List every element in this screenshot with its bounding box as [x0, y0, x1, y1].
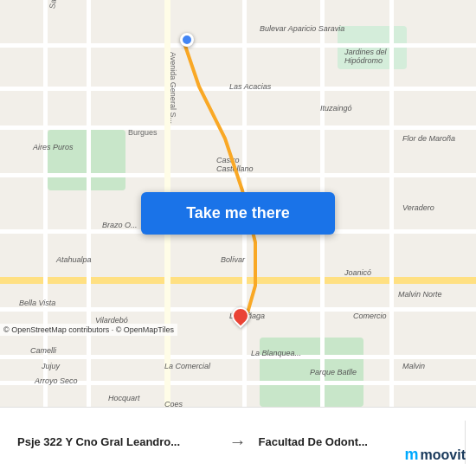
- street-v1: [87, 0, 91, 407]
- moovit-m-icon: m: [405, 446, 419, 464]
- label-veradero: Veradero: [402, 203, 434, 212]
- start-location-dot: [180, 33, 194, 47]
- take-me-there-button[interactable]: Take me there: [141, 192, 335, 235]
- label-jujuy: Jujuy: [42, 362, 60, 370]
- moovit-text: moovit: [421, 447, 466, 463]
- label-arroyo: Arroyo Seco: [35, 376, 78, 385]
- label-castro: CastroCastellano: [216, 156, 254, 173]
- label-avenida: Avenida General S...: [169, 52, 177, 124]
- street-h4: [0, 173, 476, 177]
- label-hocquart: Hocquart: [108, 394, 140, 402]
- street-v5: [389, 0, 394, 407]
- label-ituzaingo: Ituzaingó: [320, 104, 352, 113]
- street-main-h1: [0, 277, 476, 284]
- label-camelli: Camelli: [30, 346, 56, 355]
- label-bulevar: Bulevar Aparicio Saravia: [260, 24, 344, 33]
- street-h-top: [0, 43, 476, 48]
- label-parque-batlle: Parque Batlle: [310, 368, 357, 376]
- destination-marker: [232, 307, 249, 330]
- label-bolivar: Bolívar: [221, 255, 245, 264]
- take-me-there-label: Take me there: [186, 204, 290, 222]
- destination-pin: [228, 304, 253, 328]
- label-malvin: Malvin: [402, 362, 425, 370]
- label-jardines: Jardines delHipódromo: [344, 48, 387, 65]
- label-aires-puros: Aires Puros: [33, 143, 74, 151]
- label-bella-vista: Bella Vista: [19, 299, 55, 307]
- from-location-name: Psje 322 Y Cno Gral Leandro...: [17, 435, 217, 448]
- street-h3: [0, 125, 476, 130]
- bottom-bar: Psje 322 Y Cno Gral Leandro... → Faculta…: [0, 407, 476, 476]
- from-location-box: Psje 322 Y Cno Gral Leandro...: [10, 432, 224, 452]
- label-brazo: Brazo O...: [102, 221, 138, 229]
- moovit-logo: m moovit: [405, 446, 466, 464]
- label-atahualpa: Atahualpa: [56, 255, 92, 264]
- label-joanico: Joanicó: [344, 268, 371, 277]
- route-arrow: →: [224, 432, 252, 452]
- label-burgues: Burgues: [128, 128, 158, 137]
- map-attribution: © OpenStreetMap contributors · © OpenMap…: [0, 324, 177, 336]
- label-flor: Flor de Maroña: [402, 134, 455, 143]
- label-la-blanquea: La Blanquea...: [251, 349, 301, 357]
- label-la-comercial: La Comercial: [164, 362, 210, 370]
- label-malvin-norte: Malvin Norte: [398, 290, 442, 299]
- route-info: Psje 322 Y Cno Gral Leandro... → Faculta…: [10, 421, 466, 464]
- label-acacias: Las Acacias: [229, 82, 271, 91]
- street-h7: [0, 355, 476, 359]
- label-comercio: Comercio: [353, 312, 387, 320]
- label-coes: Coes: [164, 400, 183, 407]
- map-container: Bulevar Aparicio Saravia Las Acacias Itu…: [0, 0, 476, 407]
